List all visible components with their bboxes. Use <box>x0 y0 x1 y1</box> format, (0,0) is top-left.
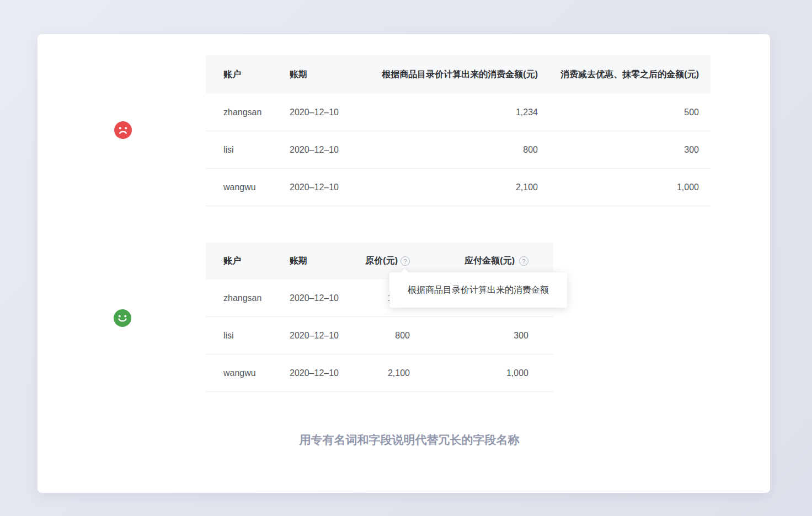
table-header-row: 账户 账期 根据商品目录价计算出来的消费金额(元) 消费减去优惠、抹零之后的金额… <box>206 55 710 94</box>
cell-period: 2020–12–10 <box>290 131 361 168</box>
header-list-price: 根据商品目录价计算出来的消费金额(元) <box>361 55 538 94</box>
help-icon[interactable]: ? <box>400 256 410 266</box>
smiley-face-icon <box>114 309 131 327</box>
help-icon[interactable]: ? <box>519 256 528 266</box>
cell-account: zhangsan <box>206 94 290 131</box>
header-period: 账期 <box>290 55 361 94</box>
bad-example-table: 账户 账期 根据商品目录价计算出来的消费金额(元) 消费减去优惠、抹零之后的金额… <box>206 55 710 206</box>
cell-payable: 1,000 <box>538 169 710 206</box>
header-account: 账户 <box>206 243 290 280</box>
cell-account: lisi <box>206 131 290 168</box>
table-row: wangwu 2020–12–10 2,100 1,000 <box>206 354 553 392</box>
tooltip-text: 根据商品目录价计算出来的消费金额 <box>408 284 549 296</box>
header-payable-label: 应付金额(元) <box>464 255 515 267</box>
good-example-table: 账户 账期 原价(元) ? 应付金额(元) ? zhangsan 2020–12… <box>206 243 553 392</box>
cell-list-price: 800 <box>356 317 411 354</box>
header-payable: 消费减去优惠、抹零之后的金额(元) <box>538 55 710 94</box>
sad-face-icon <box>114 121 132 139</box>
table-row: lisi 2020–12–10 800 300 <box>206 317 553 354</box>
cell-account: zhangsan <box>206 280 290 316</box>
table-row: wangwu 2020–12–10 2,100 1,000 <box>206 169 710 206</box>
caption-text: 用专有名词和字段说明代替冗长的字段名称 <box>300 432 520 448</box>
tooltip: 根据商品目录价计算出来的消费金额 <box>389 272 567 308</box>
table-row: lisi 2020–12–10 800 300 <box>206 131 710 169</box>
cell-period: 2020–12–10 <box>290 280 356 316</box>
cell-account: lisi <box>206 317 290 354</box>
header-account: 账户 <box>206 55 290 94</box>
cell-list-price: 1,234 <box>361 94 538 131</box>
cell-payable: 500 <box>538 94 710 131</box>
cell-list-price: 2,100 <box>361 169 538 206</box>
cell-period: 2020–12–10 <box>290 354 356 391</box>
cell-period: 2020–12–10 <box>290 169 361 206</box>
cell-account: wangwu <box>206 169 290 206</box>
cell-period: 2020–12–10 <box>290 94 361 131</box>
header-period: 账期 <box>290 243 356 280</box>
cell-payable: 300 <box>411 317 553 354</box>
cell-period: 2020–12–10 <box>290 317 356 354</box>
content-card: 账户 账期 根据商品目录价计算出来的消费金额(元) 消费减去优惠、抹零之后的金额… <box>38 34 770 493</box>
header-list-price-label: 原价(元) <box>365 255 398 267</box>
cell-payable: 1,000 <box>411 354 553 391</box>
table-row: zhangsan 2020–12–10 1,234 500 <box>206 94 710 131</box>
cell-account: wangwu <box>206 354 290 391</box>
cell-payable: 300 <box>538 131 710 168</box>
cell-list-price: 2,100 <box>356 354 411 391</box>
cell-list-price: 800 <box>361 131 538 168</box>
